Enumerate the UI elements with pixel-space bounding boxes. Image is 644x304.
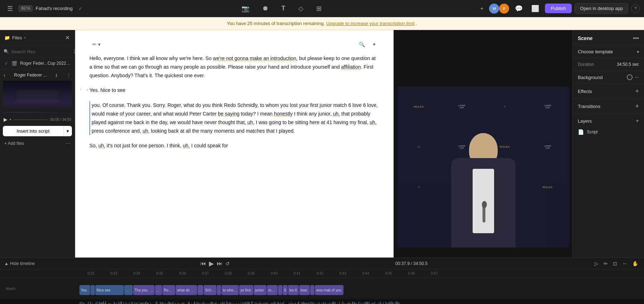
waveform-bar <box>365 302 366 304</box>
waveform-bar <box>184 302 184 304</box>
insert-dropdown-button[interactable]: ▾ <box>63 126 72 136</box>
clip-play-button[interactable]: ▶ <box>4 117 8 122</box>
clip-progress-bar[interactable] <box>13 119 48 120</box>
file-item[interactable]: ✓ 🎬 Roger Feder...Cup 2022.mp4 <box>0 58 75 69</box>
timeline-track-segments: Yes....Nice see...Tha you. So...Roger,wh… <box>79 278 640 299</box>
timeline-segment[interactable]: Schmid <box>204 285 216 295</box>
timeline-crop-tool[interactable]: ⊡ <box>611 260 619 267</box>
hide-timeline-button[interactable]: ▲ Hide timeline <box>4 261 35 266</box>
timeline-segment[interactable]: Roger, <box>162 285 175 295</box>
timeline-segment[interactable]: ... <box>155 285 162 295</box>
add-button[interactable]: + <box>477 4 486 13</box>
timeline-segment[interactable]: what do you ... <box>176 285 197 295</box>
timeline-segment[interactable]: Tha you. So <box>133 285 155 295</box>
timeline-cursor-tool[interactable]: ▷ <box>593 260 600 267</box>
timeline-segment[interactable]: 6 <box>283 285 288 295</box>
script-paragraph-2[interactable]: Yes. Nice to see <box>89 86 379 95</box>
script-edit-button[interactable]: ✏ ▾ <box>89 40 103 49</box>
background-section[interactable]: Background — <box>573 71 644 84</box>
waveform-bar <box>332 303 332 304</box>
waveform-bar <box>126 302 126 304</box>
upgrade-link[interactable]: Upgrade to increase your transcription l… <box>326 21 415 26</box>
timeline-segment[interactable]: Nice see <box>95 285 124 295</box>
timeline-play-button[interactable]: ▶ <box>209 260 214 268</box>
waveform-bar <box>79 302 80 304</box>
scene-more-button[interactable]: ••• <box>633 35 639 41</box>
clip-menu-button[interactable]: ⋮ <box>66 72 71 78</box>
waveform-bar <box>205 303 206 304</box>
clip-thumbnail-image <box>3 81 72 113</box>
add-files-button[interactable]: + Add files <box>4 141 24 146</box>
chat-button[interactable]: 💬 <box>512 3 526 14</box>
help-button[interactable]: ? <box>631 4 640 13</box>
timeline-segment[interactable]: to who lost <box>221 285 239 295</box>
publish-button[interactable]: Publish <box>545 4 572 13</box>
add-scene-button[interactable]: + <box>86 87 89 93</box>
waveform-bar <box>114 302 114 304</box>
timeline-skip-forward-button[interactable]: ⏭ <box>217 260 223 267</box>
scene-slash: / <box>80 87 81 91</box>
waveform-bar <box>156 301 156 304</box>
timeline-loop-button[interactable]: ↺ <box>225 261 230 266</box>
layout-button[interactable]: ⬜ <box>528 3 542 14</box>
script-search-button[interactable]: 🔍 <box>356 40 368 49</box>
waveform-bar <box>330 302 330 304</box>
shapes-tool-button[interactable]: ◇ <box>296 3 306 14</box>
script-paragraph-1[interactable]: Hello, everyone. I think we all know why… <box>89 54 379 80</box>
timeline-segment[interactable]: Yes. <box>79 285 90 295</box>
timeline-segment[interactable]: ... <box>278 285 282 295</box>
ruler-tick: 0:37 <box>194 271 217 275</box>
sidebar-close-button[interactable]: ✕ <box>64 34 70 42</box>
insert-script-button[interactable]: Insert into script <box>3 126 63 136</box>
effects-add-button[interactable]: + <box>635 88 639 95</box>
timeline-segment[interactable]: lov 6 <box>288 285 299 295</box>
segment-label: 6 <box>284 288 286 292</box>
waveform-bar <box>96 302 96 304</box>
timeline-segment[interactable]: ... <box>217 285 221 295</box>
layer-script-item[interactable]: 📄 Script <box>578 127 639 137</box>
waveform-bar <box>367 302 368 304</box>
ruler-tick: 0:35 <box>148 271 171 275</box>
grid-tool-button[interactable]: ⊞ <box>313 3 325 14</box>
waveform-bar <box>283 301 284 304</box>
text-tool-button[interactable]: T <box>279 3 288 14</box>
transitions-section[interactable]: Transitions + <box>573 99 644 114</box>
avatar-h: H <box>489 4 499 14</box>
save-status-icon[interactable]: ✓ <box>75 4 86 13</box>
timeline-segment[interactable]: love, <box>299 285 310 295</box>
timeline-segment[interactable]: wou mak of you <box>315 285 343 295</box>
segment-label: Tha you. So <box>135 288 153 292</box>
hamburger-menu-button[interactable]: ☰ <box>4 3 16 14</box>
timeline-hand-tool[interactable]: ✋ <box>631 260 640 267</box>
timeline-segment[interactable]: ... <box>91 285 95 295</box>
timeline-segment[interactable]: ... <box>310 285 314 295</box>
timeline-trim-tool[interactable]: ↔ <box>621 260 629 267</box>
waveform-bar <box>141 303 141 304</box>
timeline-segment[interactable]: match <box>267 285 278 295</box>
timeline-segment[interactable]: junior <box>254 285 267 295</box>
open-desktop-button[interactable]: Open in desktop app <box>575 3 628 14</box>
script-paragraph-4[interactable]: So, uh, it's not just for one person. I … <box>89 142 379 150</box>
script-ai-button[interactable]: ✦ <box>369 40 379 49</box>
timeline-segment[interactable]: ... <box>124 285 133 295</box>
clip-prev-button[interactable]: ‹ <box>4 72 5 78</box>
search-input[interactable] <box>11 49 71 54</box>
script-paragraph-3[interactable]: you. Of course. Thank you. Sorry. Roger,… <box>89 101 379 135</box>
record-tool-button[interactable]: ⏺ <box>259 3 272 14</box>
waveform-bar <box>354 302 355 304</box>
segment-label: to who lost <box>223 288 237 292</box>
timeline-segment[interactable]: yo first <box>239 285 253 295</box>
template-row[interactable]: Choose template ▾ <box>573 45 644 58</box>
files-more-button[interactable]: ⋯ <box>65 141 70 146</box>
layers-add-button[interactable]: + <box>636 118 639 124</box>
clip-info-button[interactable]: ℹ <box>55 73 57 78</box>
timeline-segment[interactable]: ... <box>197 285 203 295</box>
camera-tool-button[interactable]: 📷 <box>239 3 252 14</box>
waveform-bar <box>323 302 324 304</box>
timeline-skip-back-button[interactable]: ⏮ <box>200 260 206 267</box>
effects-section[interactable]: Effects + <box>573 84 644 99</box>
transitions-add-button[interactable]: + <box>635 103 639 110</box>
files-dropdown[interactable]: 📁 Files ▾ <box>4 35 26 40</box>
waveform-bar <box>252 301 253 304</box>
timeline-pen-tool[interactable]: ✏ <box>602 260 609 267</box>
